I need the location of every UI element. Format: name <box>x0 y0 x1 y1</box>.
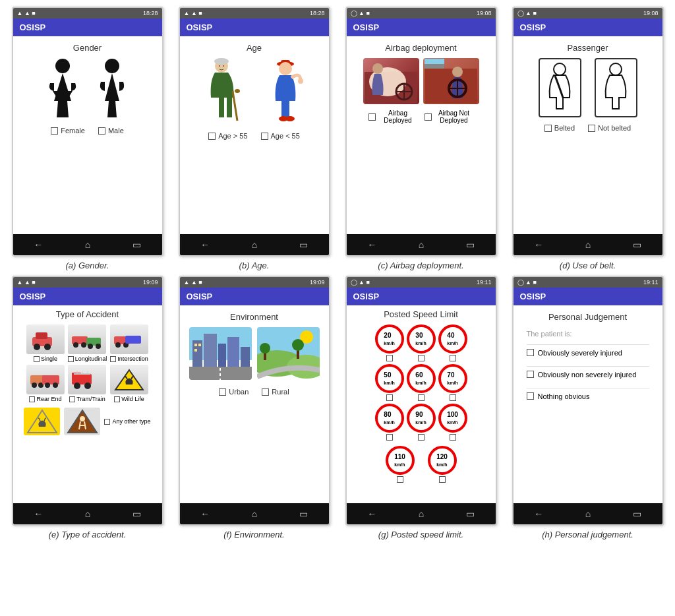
speed-60[interactable]: 60km/h <box>407 364 436 401</box>
intersection-cb[interactable] <box>110 356 116 362</box>
home-btn-f[interactable]: ⌂ <box>252 508 257 519</box>
speed-120-cb[interactable] <box>439 476 446 483</box>
male-cb[interactable] <box>98 127 105 135</box>
recent-btn-h[interactable]: ▭ <box>633 508 641 519</box>
speed-50[interactable]: 50km/h <box>375 364 404 401</box>
longitudinal-accident[interactable]: Longitudinal <box>68 324 107 362</box>
speed-110[interactable]: 110km/h <box>386 446 415 483</box>
home-btn-b[interactable]: ⌂ <box>252 239 257 250</box>
speed-110-cb[interactable] <box>397 476 403 483</box>
belted-cb[interactable] <box>544 125 552 132</box>
back-btn-h[interactable]: ← <box>534 508 543 519</box>
home-btn-c[interactable]: ⌂ <box>419 239 424 250</box>
speed-80[interactable]: 80km/h <box>375 404 404 441</box>
back-btn-g[interactable]: ← <box>367 508 376 519</box>
speed-50-cb[interactable] <box>386 394 393 401</box>
speed-circle-90[interactable]: 90km/h <box>407 404 436 433</box>
back-btn-d[interactable]: ← <box>534 239 543 250</box>
not-belted-icon[interactable] <box>595 58 637 117</box>
back-btn-a[interactable]: ← <box>34 239 43 250</box>
speed-60-cb[interactable] <box>418 394 425 401</box>
home-btn-g[interactable]: ⌂ <box>419 508 424 519</box>
home-btn-d[interactable]: ⌂ <box>585 239 591 250</box>
speed-90-cb[interactable] <box>418 434 425 441</box>
speed-20-cb[interactable] <box>386 355 393 361</box>
age-old-checkbox[interactable]: Age > 55 <box>208 132 247 140</box>
recent-btn-c[interactable]: ▭ <box>466 239 475 250</box>
speed-circle-50[interactable]: 50km/h <box>375 364 404 393</box>
recent-btn-f[interactable]: ▭ <box>299 508 308 519</box>
speed-100[interactable]: 100km/h <box>438 404 467 441</box>
young-person-icon[interactable] <box>261 58 307 124</box>
airbag-not-deployed-checkbox[interactable]: Airbag Not Deployed <box>425 109 474 124</box>
not-belted-checkbox[interactable]: Not belted <box>588 124 631 132</box>
recent-btn-a[interactable]: ▭ <box>132 239 141 250</box>
single-cb[interactable] <box>34 356 40 362</box>
back-btn-f[interactable]: ← <box>200 508 210 519</box>
age-young-cb[interactable] <box>261 133 268 140</box>
rural-cb[interactable] <box>262 388 269 396</box>
rural-img[interactable] <box>257 327 320 380</box>
age-old-cb[interactable] <box>208 133 216 140</box>
speed-circle-100[interactable]: 100km/h <box>438 404 467 433</box>
back-btn-b[interactable]: ← <box>200 239 210 250</box>
male-checkbox[interactable]: Male <box>98 127 124 135</box>
speed-30-cb[interactable] <box>418 355 425 361</box>
tram-accident[interactable]: Tram/Train <box>68 365 107 402</box>
obviously-injured-option[interactable]: Obviously severely injured <box>527 349 649 357</box>
obviously-injured-cb[interactable] <box>527 349 534 356</box>
home-btn-a[interactable]: ⌂ <box>85 239 90 250</box>
belted-checkbox[interactable]: Belted <box>544 124 575 132</box>
speed-circle-80[interactable]: 80km/h <box>375 404 404 433</box>
urban-cb[interactable] <box>219 388 226 396</box>
speed-90[interactable]: 90km/h <box>407 404 436 441</box>
nothing-obvious-option[interactable]: Nothing obvious <box>527 392 649 400</box>
age-young-checkbox[interactable]: Age < 55 <box>261 132 300 140</box>
rural-checkbox[interactable]: Rural <box>262 388 289 396</box>
speed-30[interactable]: 30km/h <box>407 324 436 361</box>
speed-40[interactable]: 40km/h <box>438 324 467 361</box>
rear-end-accident[interactable]: Rear End <box>26 365 65 402</box>
recent-btn-d[interactable]: ▭ <box>633 239 641 250</box>
not-belted-cb[interactable] <box>588 125 595 132</box>
airbag-deployed-cb[interactable] <box>368 113 376 121</box>
urban-checkbox[interactable]: Urban <box>219 388 249 396</box>
intersection-accident[interactable]: Intersection <box>109 324 149 362</box>
back-btn-c[interactable]: ← <box>367 239 376 250</box>
airbag-not-deployed-cb[interactable] <box>425 113 432 121</box>
back-btn-e[interactable]: ← <box>34 508 43 519</box>
wildlife-cb[interactable] <box>114 396 120 402</box>
female-checkbox[interactable]: Female <box>51 127 85 135</box>
nothing-obvious-cb[interactable] <box>527 392 534 400</box>
tram-cb[interactable] <box>69 396 75 402</box>
speed-circle-70[interactable]: 70km/h <box>438 364 467 393</box>
speed-40-cb[interactable] <box>450 355 456 361</box>
speed-120[interactable]: 120km/h <box>428 446 457 483</box>
single-accident[interactable]: Single <box>26 324 65 362</box>
speed-100-cb[interactable] <box>450 434 456 441</box>
recent-btn-e[interactable]: ▭ <box>132 508 141 519</box>
urban-img[interactable] <box>189 327 252 380</box>
longitudinal-cb[interactable] <box>68 356 74 362</box>
speed-20[interactable]: 20km/h <box>375 324 404 361</box>
speed-circle-120[interactable]: 120km/h <box>428 446 457 475</box>
non-severely-option[interactable]: Obviously non severely injured <box>527 371 649 379</box>
speed-circle-30[interactable]: 30km/h <box>407 324 436 354</box>
old-person-icon[interactable] <box>202 58 248 124</box>
airbag-deployed-checkbox[interactable]: Airbag Deployed <box>368 109 418 124</box>
speed-circle-20[interactable]: 20km/h <box>375 324 404 354</box>
rear-end-cb[interactable] <box>29 396 35 402</box>
other-cb[interactable] <box>104 419 110 425</box>
speed-circle-40[interactable]: 40km/h <box>438 324 467 354</box>
belted-icon[interactable] <box>539 58 581 117</box>
recent-btn-g[interactable]: ▭ <box>466 508 475 519</box>
speed-circle-60[interactable]: 60km/h <box>407 364 436 393</box>
home-btn-e[interactable]: ⌂ <box>85 508 90 519</box>
wildlife-accident[interactable]: Wild Life <box>109 365 149 402</box>
speed-circle-110[interactable]: 110km/h <box>386 446 415 475</box>
female-cb[interactable] <box>51 127 58 135</box>
home-btn-h[interactable]: ⌂ <box>585 508 591 519</box>
male-icon[interactable] <box>94 58 131 120</box>
speed-80-cb[interactable] <box>386 434 393 441</box>
non-severely-cb[interactable] <box>527 371 534 378</box>
